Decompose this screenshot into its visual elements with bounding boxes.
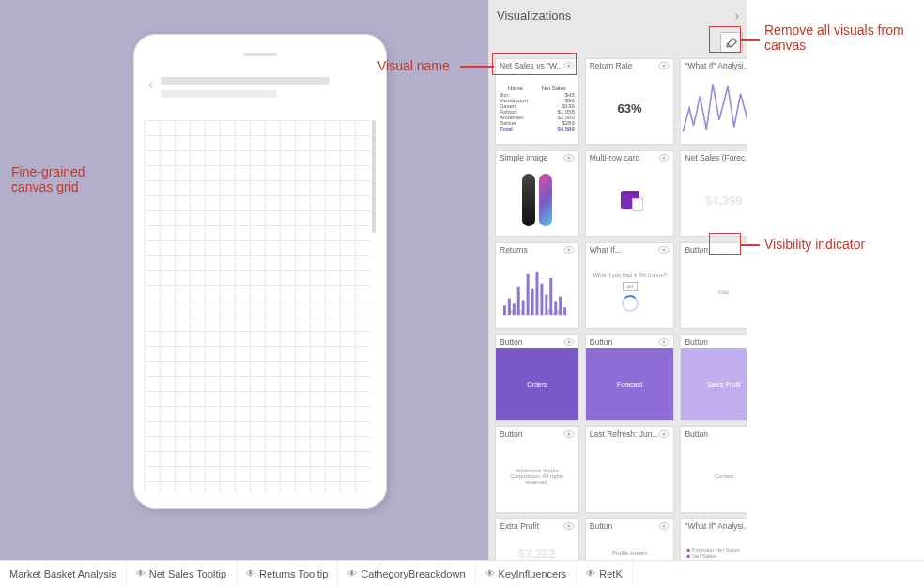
tile-title: Button <box>685 429 708 439</box>
phone-frame[interactable]: ‹ <box>133 34 387 509</box>
annotation-box-visual-name <box>492 53 577 75</box>
tile-title: Button <box>590 337 613 347</box>
visual-tile[interactable]: ButtonAdventure Works Corporation. All r… <box>495 426 579 513</box>
tile-title: Simple image <box>500 153 548 162</box>
visual-tile[interactable]: ReturnsMar 31May 30 <box>495 242 579 329</box>
visibility-eye-icon <box>563 522 575 530</box>
visual-tile[interactable]: ButtonForecast <box>585 334 675 421</box>
visibility-eye-icon <box>658 338 670 346</box>
visual-tile[interactable]: ButtonSales Profit <box>680 334 747 421</box>
back-chevron-icon[interactable]: ‹ <box>148 77 153 92</box>
card-value: $3,282 <box>518 547 556 561</box>
tile-title: "What If" Analysi... <box>685 521 747 531</box>
visual-tile[interactable]: ButtonContact <box>680 426 747 513</box>
hidden-eye-icon: 👁 <box>485 568 495 578</box>
svg-rect-12 <box>527 274 530 315</box>
visual-tile[interactable]: Simple image <box>495 150 579 237</box>
svg-text:Mar 31: Mar 31 <box>509 311 524 316</box>
svg-point-6 <box>567 249 570 252</box>
hidden-eye-icon: 👁 <box>347 568 357 578</box>
legend-preview: ■ Forecast Net Sales■ Net Sales <box>681 547 747 559</box>
tile-title: Net Sales (Forec... <box>685 153 747 162</box>
tile-title: What If... <box>590 245 622 254</box>
canvas-grid[interactable] <box>145 120 370 492</box>
report-tab[interactable]: 👁CathegoryBreackdown <box>338 561 475 586</box>
panel-header: Visualizations › <box>489 0 747 30</box>
visual-tile[interactable]: ButtonOrders <box>495 334 579 421</box>
table-preview: NameNet SalesJun$48Vandevoort$96Dasen$13… <box>496 85 578 131</box>
visibility-indicator[interactable] <box>658 62 670 69</box>
map-placeholder: Map <box>715 289 733 295</box>
tile-title: Button <box>500 337 523 347</box>
visibility-indicator[interactable] <box>563 338 575 346</box>
annotation-line <box>741 39 760 41</box>
visibility-indicator[interactable] <box>658 430 670 438</box>
tile-body: NameNet SalesJun$48Vandevoort$96Dasen$13… <box>496 72 578 144</box>
tile-body: Forecast <box>586 348 674 420</box>
tab-label: Net Sales Tooltip <box>149 568 226 579</box>
button-label: Orders <box>527 381 547 388</box>
visibility-indicator[interactable] <box>563 246 575 254</box>
hidden-eye-icon: 👁 <box>136 568 146 578</box>
annotation-box-visibility <box>709 233 741 255</box>
tab-label: RetK <box>599 568 622 579</box>
visual-tile[interactable]: What If...What if you had a 5% bonus?20 <box>585 242 675 329</box>
tile-body: Map <box>681 256 747 328</box>
annotation-remove-all: Remove all visuals from canvas <box>764 23 905 53</box>
tile-title: Button <box>500 429 523 439</box>
panel-collapse-icon[interactable]: › <box>735 8 739 23</box>
tile-title: Button <box>685 337 708 347</box>
visual-tile[interactable]: Last Refresh: Jun... <box>585 426 675 513</box>
report-tab[interactable]: Market Basket Analysis <box>0 561 127 586</box>
tab-label: CathegoryBreackdown <box>361 568 465 579</box>
visibility-indicator[interactable] <box>658 338 670 346</box>
visualizations-panel: Visualizations › Net Sales vs "W...NameN… <box>488 0 747 560</box>
visibility-eye-icon <box>563 338 575 346</box>
visibility-eye-icon <box>563 154 575 162</box>
svg-rect-7 <box>503 306 506 316</box>
svg-text:May 30: May 30 <box>547 311 562 316</box>
visual-tile[interactable]: "What If" Analysi...■ Forecast Net Sales… <box>680 518 747 560</box>
panel-title: Visualizations <box>497 8 571 23</box>
visibility-indicator[interactable] <box>563 430 575 438</box>
canvas-scrollbar[interactable] <box>372 120 376 233</box>
visual-tile[interactable]: Extra Profit$3,282 <box>495 518 579 560</box>
svg-rect-13 <box>531 289 534 316</box>
tile-body: Sales Profit <box>681 348 747 420</box>
visual-tile[interactable]: ButtonProfile stream <box>585 518 675 560</box>
report-tab[interactable]: 👁Returns Tooltip <box>237 561 338 586</box>
visual-tile[interactable]: Return Rate63% <box>585 58 675 145</box>
visibility-eye-icon <box>563 430 575 438</box>
tile-body <box>496 164 578 236</box>
tile-body <box>586 440 674 512</box>
tile-body: $3,282 <box>496 532 578 560</box>
visual-tile[interactable]: "What If" Analysi... <box>680 58 747 145</box>
line-chart-icon <box>681 72 747 144</box>
report-tab[interactable]: 👁KeyInfluencers <box>476 561 578 586</box>
image-preview <box>522 174 552 226</box>
visibility-eye-icon <box>658 430 670 438</box>
tile-body: What if you had a 5% bonus?20 <box>586 256 674 328</box>
report-tab[interactable]: 👁RetK <box>577 561 632 586</box>
visual-tile[interactable]: Net Sales (Forec...$4,399 <box>680 150 747 237</box>
visibility-indicator[interactable] <box>563 522 575 530</box>
svg-point-4 <box>663 157 666 160</box>
visibility-indicator[interactable] <box>658 522 670 530</box>
histogram-icon: Mar 31May 30 <box>500 267 574 316</box>
visual-tile[interactable]: Multi-row card <box>585 150 675 237</box>
report-tab[interactable]: 👁Net Sales Tooltip <box>127 561 237 586</box>
annotation-canvas-grid: Fine-grained canvas grid <box>11 164 119 194</box>
visibility-indicator[interactable] <box>658 154 670 162</box>
svg-point-29 <box>663 433 666 436</box>
tile-title: Multi-row card <box>590 153 639 162</box>
text-content: Adventure Works Corporation. All rights … <box>496 468 578 485</box>
visibility-indicator[interactable] <box>563 154 575 162</box>
tile-body: Mar 31May 30 <box>496 256 578 328</box>
hidden-eye-icon: 👁 <box>246 568 255 578</box>
card-value: $4,399 <box>705 193 743 208</box>
visibility-indicator[interactable] <box>658 246 670 254</box>
button-label: Sales Profit <box>707 381 741 388</box>
svg-point-32 <box>663 525 666 528</box>
svg-point-23 <box>663 249 666 252</box>
svg-rect-15 <box>541 284 544 316</box>
